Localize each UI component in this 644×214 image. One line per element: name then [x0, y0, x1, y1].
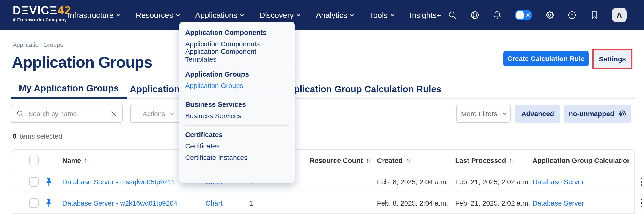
- last-processed-value: Feb. 21, 2025, 2:02 a.m.: [455, 192, 530, 214]
- count-value: 1: [249, 192, 253, 214]
- column-header-created[interactable]: Created↑↓: [377, 150, 410, 171]
- calculation-rule-link[interactable]: Database Server: [532, 199, 584, 207]
- nav-insights-plus[interactable]: Insights+: [410, 11, 441, 20]
- bookmark-icon[interactable]: [590, 10, 600, 20]
- advanced-button[interactable]: Advanced: [515, 105, 560, 123]
- menu-divider: [185, 125, 289, 126]
- chevron-down-icon: [391, 12, 394, 16]
- notifications-bell-icon[interactable]: [492, 10, 502, 20]
- search-icon[interactable]: [447, 10, 458, 20]
- sort-icon[interactable]: ↑↓: [84, 157, 89, 164]
- application-group-link[interactable]: Database Server - w2k16wq01tp9204: [62, 199, 178, 207]
- select-all-checkbox-cell: [29, 150, 38, 171]
- logo-device: DΞVICΞ: [12, 4, 58, 17]
- settings-button[interactable]: Settings: [594, 50, 631, 68]
- column-header-calculation-rule[interactable]: Application Group Calculation Rule: [532, 150, 629, 171]
- chart-link[interactable]: Chart: [206, 199, 222, 207]
- table-row: Database Server - w2k16wq01tp9204 Chart …: [12, 192, 634, 214]
- chevron-down-icon: [350, 12, 354, 16]
- kebab-icon: [640, 178, 642, 186]
- menu-divider: [185, 64, 289, 65]
- menu-item-application-groups[interactable]: Application Groups: [185, 80, 289, 92]
- created-value: Feb. 8, 2025, 2:04 a.m.: [377, 192, 448, 214]
- table-row: Database Server - mssqlwd05tp9211 Chart …: [12, 171, 634, 192]
- selected-count: 0: [12, 132, 16, 140]
- chevron-down-icon: [170, 111, 174, 115]
- select-all-checkbox[interactable]: [29, 156, 38, 165]
- row-checkbox[interactable]: [29, 198, 38, 208]
- column-header-last-processed[interactable]: Last Processed↑↓: [455, 150, 514, 171]
- pin-icon[interactable]: [45, 192, 53, 214]
- selection-summary: 0 items selected: [12, 132, 62, 140]
- top-navbar: DΞVICΞ42 A Freshworks Company Infrastruc…: [0, 0, 644, 30]
- settings-gear-icon[interactable]: [544, 10, 554, 20]
- nav-infrastructure[interactable]: Infrastructure: [68, 11, 120, 20]
- chevron-down-icon: [176, 12, 180, 16]
- menu-item-application-component-templates[interactable]: Application Component Templates: [185, 50, 289, 61]
- theme-toggle[interactable]: [515, 10, 532, 20]
- nav-discovery[interactable]: Discovery: [260, 11, 300, 20]
- applications-menu: Application Components Application Compo…: [180, 22, 295, 183]
- more-filters-dropdown[interactable]: More Filters: [456, 105, 510, 123]
- logo-tagline: A Freshworks Company: [12, 18, 71, 22]
- chevron-down-icon: [240, 12, 244, 16]
- menu-item-certificate-instances[interactable]: Certificate Instances: [185, 152, 289, 163]
- navbar-actions: ? A: [447, 0, 626, 30]
- row-menu-button[interactable]: [637, 171, 644, 192]
- application-group-link[interactable]: Database Server - mssqlwd05tp9211: [62, 178, 175, 186]
- row-checkbox[interactable]: [29, 177, 38, 186]
- actions-dropdown[interactable]: Actions: [130, 105, 186, 123]
- gear-icon[interactable]: [618, 110, 626, 118]
- menu-section-title: Application Groups: [185, 68, 289, 80]
- created-value: Feb. 8, 2025, 2:04 a.m.: [377, 171, 448, 192]
- menu-divider: [185, 95, 289, 95]
- create-calculation-rule-button[interactable]: Create Calculation Rule: [503, 51, 588, 66]
- scope-filter-button[interactable]: no-unmapped: [564, 105, 632, 123]
- chevron-down-icon: [502, 111, 506, 115]
- nav-resources[interactable]: Resources: [136, 11, 179, 20]
- tab-my-application-groups[interactable]: My Application Groups: [11, 80, 126, 98]
- page-title: Application Groups: [12, 53, 152, 71]
- settings-highlight-box: Settings: [592, 49, 632, 69]
- device42-logo[interactable]: DΞVICΞ42 A Freshworks Company: [12, 4, 71, 22]
- menu-section-title: Application Components: [185, 27, 289, 38]
- kebab-icon: [640, 199, 642, 207]
- search-icon: [16, 110, 24, 118]
- calculation-rule-link[interactable]: Database Server: [532, 178, 584, 186]
- sort-icon[interactable]: ↑↓: [406, 157, 410, 164]
- column-header-resource-count[interactable]: Resource Count↑↓: [310, 150, 370, 171]
- user-avatar[interactable]: A: [612, 8, 626, 22]
- chevron-down-icon: [297, 12, 300, 16]
- sun-icon: [525, 12, 530, 18]
- nav-analytics[interactable]: Analytics: [316, 11, 353, 20]
- help-icon[interactable]: ?: [567, 10, 577, 20]
- search-input[interactable]: [28, 110, 106, 118]
- application-groups-table: Name↑↓ Resource Count↑↓ Created↑↓ Last P…: [11, 150, 635, 214]
- clear-search-icon[interactable]: [110, 110, 117, 117]
- globe-icon[interactable]: [470, 10, 480, 20]
- menu-section-title: Business Services: [185, 99, 289, 110]
- nav-applications[interactable]: Applications: [195, 11, 244, 20]
- chevron-down-icon: [117, 12, 120, 16]
- column-header-name[interactable]: Name↑↓: [62, 150, 89, 171]
- breadcrumb[interactable]: Application Groups: [12, 41, 63, 48]
- tab-bar: My Application Groups Application Groups…: [11, 80, 635, 98]
- sort-icon[interactable]: ↑↓: [509, 157, 514, 164]
- toggle-knob: [516, 11, 524, 20]
- menu-item-certificates[interactable]: Certificates: [185, 140, 289, 152]
- menu-item-business-services[interactable]: Business Services: [185, 110, 289, 122]
- svg-text:?: ?: [571, 12, 574, 18]
- logo-wordmark: DΞVICΞ42: [12, 4, 71, 16]
- pin-icon[interactable]: [45, 171, 53, 192]
- table-header-row: Name↑↓ Resource Count↑↓ Created↑↓ Last P…: [12, 150, 634, 171]
- last-processed-value: Feb. 21, 2025, 2:02 a.m.: [455, 171, 530, 192]
- sort-icon[interactable]: ↑↓: [366, 157, 370, 164]
- nav-tools[interactable]: Tools: [369, 11, 394, 20]
- search-box: [11, 105, 122, 123]
- menu-section-title: Certificates: [185, 129, 289, 140]
- row-menu-button[interactable]: [637, 192, 644, 214]
- tab-application-group-calculation-rules[interactable]: Application Group Calculation Rules: [274, 80, 449, 98]
